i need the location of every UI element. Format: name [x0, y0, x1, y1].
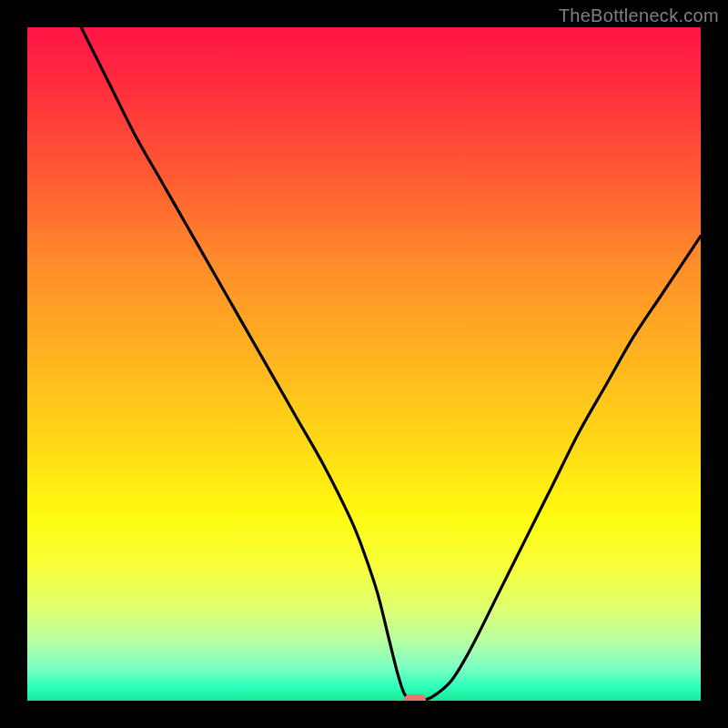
chart-frame: TheBottleneck.com — [0, 0, 728, 728]
watermark-label: TheBottleneck.com — [559, 5, 719, 26]
plot-area — [27, 27, 701, 701]
optimum-marker — [404, 694, 426, 701]
bottleneck-curve — [27, 27, 701, 701]
